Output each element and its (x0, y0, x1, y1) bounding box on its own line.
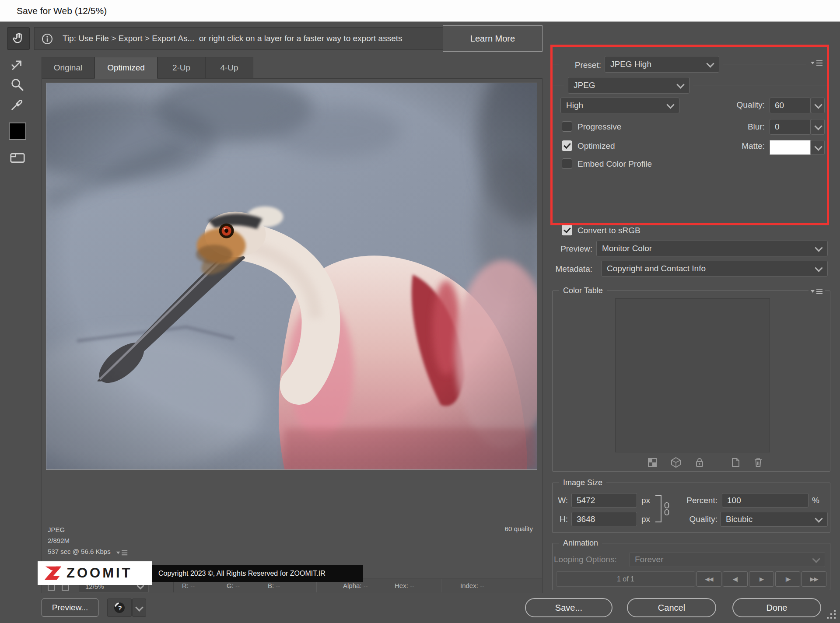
zoomit-watermark: ZOOMIT (38, 561, 152, 585)
convert-srgb-checkbox[interactable] (562, 225, 572, 235)
play-button[interactable]: ▶ (749, 571, 774, 587)
color-table-title: Color Table (559, 286, 607, 295)
resample-quality-value: Bicubic (726, 514, 752, 524)
first-frame-button[interactable]: ◀◀ (696, 571, 721, 587)
matte-menu-button[interactable] (811, 140, 825, 155)
foreground-color-swatch[interactable] (9, 122, 26, 140)
quality-input[interactable]: 60 (770, 98, 811, 113)
web-shift-cube-icon[interactable] (670, 457, 682, 468)
resample-quality-dropdown[interactable]: Bicubic (720, 512, 828, 527)
link-dimensions-icon (663, 501, 670, 516)
optimized-checkbox[interactable] (562, 140, 572, 151)
embed-color-profile-label: Embed Color Profile (578, 159, 652, 169)
preset-panel-menu-icon[interactable] (809, 60, 824, 67)
save-for-web-dialog: Save for Web (12/5%) Tip: Use File > Exp… (0, 0, 840, 623)
format-dropdown[interactable]: JPEG (568, 77, 690, 94)
new-color-icon[interactable] (730, 457, 741, 468)
toggle-slices-visibility-icon[interactable] (10, 151, 25, 164)
optimized-label: Optimized (578, 141, 615, 151)
animation-title: Animation (559, 539, 602, 548)
zoomit-logo-icon (43, 564, 63, 582)
blur-slider-button[interactable] (811, 119, 825, 135)
progressive-checkbox[interactable] (562, 121, 572, 132)
preview-mode-dropdown[interactable]: Monitor Color (596, 241, 828, 256)
color-table-well[interactable] (615, 298, 770, 452)
browser-select-button[interactable]: ? (107, 598, 132, 617)
compression-value: High (566, 101, 583, 110)
cancel-button[interactable]: Cancel (627, 598, 716, 617)
zoomit-brand-text: ZOOMIT (66, 565, 133, 581)
done-button[interactable]: Done (732, 598, 821, 617)
resize-grip[interactable] (827, 610, 837, 620)
status-alpha: Alpha: -- (343, 582, 368, 589)
save-button[interactable]: Save... (525, 598, 612, 617)
progressive-label: Progressive (578, 122, 621, 132)
zoom-tool-icon[interactable] (10, 77, 24, 92)
eyedropper-tool-icon[interactable] (10, 97, 24, 112)
looping-options-label: Looping Options: (554, 555, 617, 564)
browser-globe-icon: ? (113, 601, 126, 614)
status-index: Index: -- (460, 582, 484, 589)
format-value: JPEG (574, 80, 595, 90)
hand-icon (12, 32, 25, 45)
tip-text: Tip: Use File > Export > Export As... or… (63, 28, 402, 49)
previous-frame-button[interactable]: ◀| (723, 571, 748, 587)
blur-input[interactable]: 0 (770, 119, 811, 135)
copyright-bar: Copyright 2023 ©, All Rights Reserved fo… (152, 565, 363, 582)
preset-label: Preset: (562, 60, 601, 70)
status-b: B: -- (268, 582, 280, 589)
lock-color-icon[interactable] (694, 457, 705, 468)
matte-label: Matte: (713, 141, 765, 151)
blur-label: Blur: (713, 122, 765, 132)
height-value: 3648 (577, 514, 595, 524)
preview-in-browser-button[interactable]: Preview... (42, 598, 98, 617)
width-unit: px (641, 496, 650, 505)
preview-mode-label: Preview: (550, 244, 592, 254)
window-title: Save for Web (12/5%) (0, 0, 840, 22)
height-input[interactable]: 3648 (571, 512, 637, 526)
quality-label: Quality: (713, 100, 765, 110)
color-table-menu-icon[interactable] (808, 288, 825, 296)
tab-original[interactable]: Original (42, 57, 94, 79)
optimize-info: JPEG 2/892M 537 sec @ 56.6 Kbps (48, 524, 111, 557)
quality-readout: 60 quality (455, 525, 533, 532)
download-speed-menu-icon[interactable] (116, 550, 129, 557)
convert-srgb-label: Convert to sRGB (578, 226, 640, 235)
status-g: G: -- (227, 582, 240, 589)
slice-select-tool-icon[interactable] (10, 57, 24, 72)
resample-quality-label: Quality: (677, 514, 718, 524)
info-speed: 537 sec @ 56.6 Kbps (48, 546, 111, 557)
matte-swatch[interactable] (770, 140, 811, 155)
metadata-value: Copyright and Contact Info (607, 264, 706, 273)
preview-mode-value: Monitor Color (602, 244, 652, 253)
metadata-dropdown[interactable]: Copyright and Contact Info (601, 261, 828, 276)
hand-tool-button[interactable] (7, 27, 30, 50)
learn-more-button[interactable]: Learn More (443, 25, 542, 52)
height-unit: px (641, 514, 650, 524)
frame-indicator: 1 of 1 (556, 571, 695, 587)
embed-color-profile-checkbox[interactable] (562, 158, 572, 169)
compression-dropdown[interactable]: High (560, 98, 679, 113)
quality-slider-button[interactable] (811, 98, 825, 113)
preset-dropdown[interactable]: JPEG High (605, 56, 719, 73)
preview-image[interactable] (46, 83, 537, 470)
last-frame-button[interactable]: ▶▶ (802, 571, 826, 587)
width-value: 5472 (577, 496, 595, 505)
metadata-label: Metadata: (547, 264, 592, 274)
next-frame-button[interactable]: |▶ (775, 571, 800, 587)
tab-2up[interactable]: 2-Up (158, 57, 205, 79)
tab-4up[interactable]: 4-Up (205, 57, 253, 79)
delete-color-icon[interactable] (752, 457, 764, 468)
info-icon (42, 33, 53, 45)
transparency-icon[interactable] (647, 457, 658, 468)
info-size: 2/892M (48, 535, 111, 546)
info-format: JPEG (48, 524, 111, 535)
preset-value: JPEG High (610, 60, 651, 69)
percent-input[interactable]: 100 (722, 493, 808, 508)
blur-value: 0 (775, 122, 780, 132)
looping-options-value: Forever (635, 555, 663, 564)
looping-options-dropdown: Forever (629, 552, 825, 567)
width-input[interactable]: 5472 (571, 493, 637, 508)
browser-menu-chevron[interactable] (132, 598, 146, 617)
tab-optimized[interactable]: Optimized (94, 57, 158, 79)
